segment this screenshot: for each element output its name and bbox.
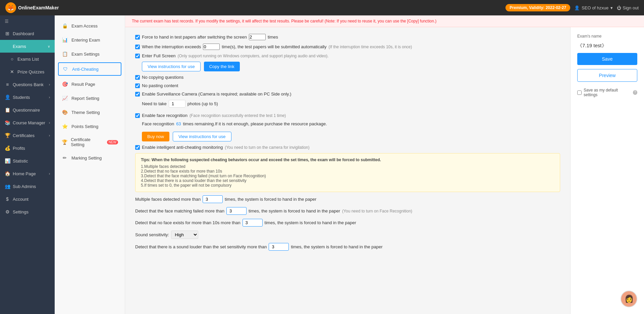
students-icon: 👤 <box>5 95 10 100</box>
user-info[interactable]: 👤 SEO of hzxue ▾ <box>574 5 613 10</box>
preview-button[interactable]: Preview <box>577 69 637 82</box>
photos-row: Need to take photos (up to 5) <box>135 100 560 108</box>
form-area: Force to hand in test papers after switc… <box>125 27 570 314</box>
fullscreen-checkbox[interactable] <box>135 54 140 58</box>
sound-detect-label1: Detect that there is a sound louder than… <box>135 244 267 249</box>
no-copy-checkbox[interactable] <box>135 75 140 80</box>
sound-detect-input[interactable] <box>269 243 289 251</box>
subnav-theme-setting[interactable]: 🎨 Theme Setting <box>55 105 125 119</box>
sidebar-item-students[interactable]: 👤 Students › <box>0 91 55 104</box>
instructions-btn-row: View instructions for use Copy the link <box>142 62 560 71</box>
no-paste-checkbox[interactable] <box>135 83 140 88</box>
sidebar-item-statistic[interactable]: 📊 Statistic <box>0 154 55 167</box>
enter-icon: 📊 <box>61 37 68 43</box>
sidebar-item-profits[interactable]: 💰 Profits <box>0 142 55 154</box>
theme-icon: 🎨 <box>61 109 68 116</box>
subnav-result-page[interactable]: 🎯 Result Page <box>55 77 125 91</box>
sidebar-item-sub-admins[interactable]: 👥 Sub Admins <box>0 180 55 193</box>
sound-sensitivity-select[interactable]: High Medium Low <box>171 231 198 239</box>
buy-now-button[interactable]: Buy now <box>142 132 169 141</box>
sidebar-item-dashboard[interactable]: ⊞ Dashboard <box>0 27 55 40</box>
cross-icon: ✕ <box>9 69 15 74</box>
tips-item-4: 4.Detect that there is a sound louder th… <box>141 178 554 183</box>
report-icon: 📈 <box>61 95 68 102</box>
photos-input[interactable] <box>169 100 185 108</box>
lock-icon: 🔒 <box>61 22 68 29</box>
sidebar-item-prize-quizzes[interactable]: ✕ Prize Quizzes <box>0 65 55 78</box>
alert-bar: The current exam has test records. If yo… <box>125 15 644 27</box>
sidebar-item-exams[interactable]: ✓ Exams ∨ <box>0 40 55 53</box>
subnav-anti-cheating[interactable]: 🛡 Anti-Cheating <box>58 62 121 76</box>
sidebar-item-questionnaire[interactable]: 📋 Questionnaire <box>0 104 55 116</box>
need-take-label2: photos (up to 5) <box>187 101 218 106</box>
subnav-label: Result Page <box>71 82 95 87</box>
sign-out-button[interactable]: ⏻ Sign out <box>617 5 639 10</box>
sidebar: ☰ ⊞ Dashboard ✓ Exams ∨ ○ Exams List ✕ P… <box>0 15 55 314</box>
subnav-label: Report Setting <box>71 96 99 101</box>
interruption-checkbox[interactable] <box>135 45 140 49</box>
sidebar-toggle[interactable]: ☰ <box>0 15 55 27</box>
subnav-exam-access[interactable]: 🔒 Exam Access <box>55 19 125 33</box>
sound-detect-row: Detect that there is a sound louder than… <box>135 243 560 251</box>
default-settings-checkbox[interactable] <box>577 90 582 95</box>
subnav-label: Certificate Setting <box>71 137 102 147</box>
subnav-exam-settings[interactable]: 📋 Exam Settings <box>55 47 125 61</box>
settings-icon: 📋 <box>61 51 68 57</box>
sidebar-item-account[interactable]: $ Account <box>0 193 55 205</box>
no-face-input[interactable] <box>243 219 263 227</box>
chevron-right-icon: › <box>49 121 50 125</box>
sub-navigation: 🔒 Exam Access 📊 Entering Exam 📋 Exam Set… <box>55 15 125 314</box>
tips-box: Tips: When the following suspected cheat… <box>135 153 560 192</box>
multi-face-label2: times, the system is forced to hand in t… <box>225 197 316 202</box>
sidebar-item-home-page[interactable]: 🏠 Home Page › <box>0 167 55 180</box>
intelligent-checkbox[interactable] <box>135 145 140 150</box>
exam-name-label: Exam's name <box>577 34 637 39</box>
check-icon: ✓ <box>5 44 10 49</box>
sidebar-item-exams-list[interactable]: ○ Exams List <box>0 53 55 65</box>
questions-icon: ≡ <box>5 82 10 87</box>
sidebar-item-questions-bank[interactable]: ≡ Questions Bank › <box>0 78 55 91</box>
sidebar-item-label: Profits <box>13 146 25 151</box>
dashboard-icon: ⊞ <box>5 31 10 36</box>
no-face-label2: times, the system is forced to hand in t… <box>265 220 356 225</box>
chevron-down-icon: ∨ <box>48 45 50 48</box>
no-copy-row: No copying questions <box>135 75 560 80</box>
face-match-input[interactable] <box>226 207 247 215</box>
sidebar-item-label: Exams List <box>17 57 39 62</box>
subnav-entering-exam[interactable]: 📊 Entering Exam <box>55 33 125 47</box>
copy-link-button[interactable]: Copy the link <box>204 62 240 71</box>
face-match-label1: Detect that the face matching failed mor… <box>135 208 224 213</box>
subnav-report-setting[interactable]: 📈 Report Setting <box>55 91 125 105</box>
interruption-row: When the interruption exceeds time(s), t… <box>135 44 560 50</box>
force-hand-input[interactable] <box>249 34 266 40</box>
subnav-certificate-setting[interactable]: 🏆 Certificate Setting NEW <box>55 133 125 151</box>
force-hand-checkbox[interactable] <box>135 35 140 40</box>
surveillance-checkbox[interactable] <box>135 92 140 97</box>
save-button[interactable]: Save <box>577 53 637 65</box>
sidebar-item-settings[interactable]: ⚙ Settings <box>0 205 55 218</box>
chevron-right-icon: › <box>49 96 50 99</box>
help-icon[interactable]: ? <box>633 90 637 95</box>
subnav-marking-setting[interactable]: ✏ Marking Setting <box>55 151 125 165</box>
logo-text: OnlineExamMaker <box>18 5 59 10</box>
face-recognition-checkbox[interactable] <box>135 113 140 118</box>
profits-icon: 💰 <box>5 145 10 151</box>
surveillance-row: Enable Surveillance Camera (Camera is re… <box>135 91 560 97</box>
view-instructions-button-1[interactable]: View instructions for use <box>142 62 201 71</box>
sidebar-item-certificates[interactable]: 🏆 Certificates › <box>0 129 55 142</box>
view-instructions-button-2[interactable]: View instructions for use <box>173 132 231 141</box>
fullscreen-row: Enter Full Screen (Only support running … <box>135 53 560 58</box>
sidebar-item-label: Sub Admins <box>13 184 36 189</box>
sidebar-item-course-manager[interactable]: 📚 Course Manager › <box>0 116 55 129</box>
sidebar-item-label: Questions Bank <box>13 82 44 87</box>
subnav-label: Points Setting <box>71 124 98 129</box>
course-icon: 📚 <box>5 120 10 125</box>
interruption-label1: When the interruption exceeds <box>142 44 201 49</box>
account-icon: $ <box>5 196 10 202</box>
no-paste-label: No pasting content <box>142 83 178 88</box>
multi-face-input[interactable] <box>203 195 223 203</box>
face-remaining-label3: times remaining.If it is not enough, ple… <box>183 121 327 126</box>
content-area: Force to hand in test papers after switc… <box>125 27 644 314</box>
interruption-input[interactable] <box>203 44 220 50</box>
subnav-points-setting[interactable]: ⭐ Points Setting <box>55 119 125 133</box>
